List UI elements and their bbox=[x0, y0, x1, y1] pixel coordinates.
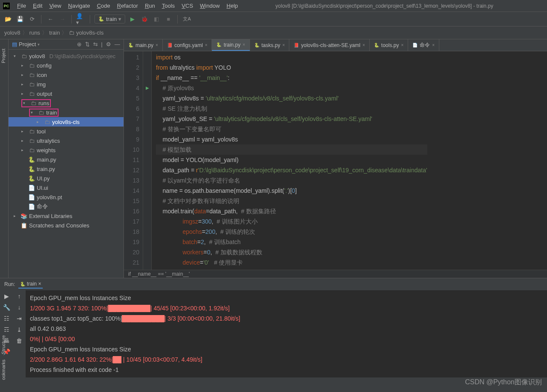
tree-item-yolov8[interactable]: ▾🗀yolov8D:\lg\BaiduSyncdisk\projec bbox=[9, 51, 124, 61]
breadcrumb: yolov8〉 runs〉 train〉 🗀 yolov8s-cls bbox=[0, 27, 547, 39]
tree-item-weights[interactable]: ▸🗀weights bbox=[9, 145, 124, 155]
user-icon[interactable]: 👤▾ bbox=[76, 15, 85, 24]
stop-icon[interactable]: ■ bbox=[164, 15, 173, 24]
left-tool-strip: Project bbox=[0, 39, 9, 278]
project-panel-title: Project bbox=[19, 41, 36, 47]
run-console-output[interactable]: Epoch GPU_mem loss Instances Size 1/200 … bbox=[26, 290, 547, 377]
breadcrumb-item[interactable]: yolov8s-cls bbox=[76, 29, 103, 36]
open-icon[interactable]: 📂 bbox=[3, 15, 13, 24]
debug-button-icon[interactable]: 🐞 bbox=[140, 15, 149, 24]
menu-code[interactable]: Code bbox=[94, 1, 114, 11]
menu-file[interactable]: File bbox=[14, 1, 29, 11]
project-tree[interactable]: ▾🗀yolov8D:\lg\BaiduSyncdisk\projec▸🗀conf… bbox=[9, 50, 124, 278]
menu-window[interactable]: Window bbox=[197, 1, 223, 11]
rerun-icon[interactable]: ▶ bbox=[4, 293, 9, 301]
project-panel: ▤ Project ▾ ⊕ ⇅ ⇆ | ⚙ — ▾🗀yolov8D:\lg\Ba… bbox=[9, 39, 124, 278]
structure-tool-tab[interactable]: Structure bbox=[0, 333, 7, 356]
tree-item-tool[interactable]: ▸🗀tool bbox=[9, 127, 124, 136]
run-button-icon[interactable]: ▶ bbox=[128, 15, 137, 24]
tree-item-config[interactable]: ▸🗀config bbox=[9, 61, 124, 70]
tree-item-output[interactable]: ▸🗀output bbox=[9, 89, 124, 98]
tree-item-ultralytics[interactable]: ▸🗀ultralytics bbox=[9, 136, 124, 145]
menu-edit[interactable]: Edit bbox=[29, 1, 46, 11]
menu-refactor[interactable]: Refactor bbox=[114, 1, 141, 11]
breadcrumb-item[interactable]: runs bbox=[29, 29, 40, 36]
gear-icon[interactable]: ⚙ bbox=[106, 41, 111, 47]
tree-item--[interactable]: 📄命令 bbox=[9, 202, 124, 211]
pycharm-logo: PC bbox=[3, 2, 10, 10]
run-panel-title: Run: bbox=[4, 281, 15, 287]
tree-item-yolov8n-pt[interactable]: 📄yolov8n.pt bbox=[9, 192, 124, 202]
breadcrumb-item[interactable]: train bbox=[49, 29, 60, 36]
menu-tools[interactable]: Tools bbox=[159, 1, 178, 11]
wrap-icon[interactable]: ⇥ bbox=[17, 315, 22, 324]
save-icon[interactable]: 💾 bbox=[15, 15, 25, 24]
breadcrumb-item[interactable]: yolov8 bbox=[4, 29, 21, 36]
locate-icon[interactable]: ⊕ bbox=[77, 41, 82, 47]
run-panel: Run: 🐍 train × ▶ 🔧 ☷ ☶ 🖶 📌 ↑ ↓ ⇥ ⤓ 🗑 Epo… bbox=[0, 278, 547, 377]
watermark: CSDN @Python图像识别 bbox=[465, 378, 542, 387]
toolbar: 📂 💾 ⟳ ← → 👤▾ 🐍 train ▾ ▶ 🐞 ◧ ■ 文A bbox=[0, 12, 547, 27]
tab-configs-yaml[interactable]: 📕configs.yaml× bbox=[163, 39, 212, 51]
run-config-dropdown[interactable]: 🐍 train ▾ bbox=[94, 15, 125, 24]
window-title: yolov8 [D:\lg\BaiduSyncdisk\project\pers… bbox=[241, 3, 544, 9]
tab-yolov8s-cls-atten-SE-yaml[interactable]: 📕yolov8s-cls-atten-SE.yaml× bbox=[289, 39, 370, 51]
wrench-icon[interactable]: 🔧 bbox=[3, 304, 10, 312]
editor-area: 🐍main.py×📕configs.yaml×🐍train.py×🐍tasks.… bbox=[124, 39, 547, 278]
refresh-icon[interactable]: ⟳ bbox=[27, 15, 37, 24]
tree-item-UI-ui[interactable]: 📄UI.ui bbox=[9, 183, 124, 192]
coverage-icon[interactable]: ◧ bbox=[152, 15, 161, 24]
code-breadcrumb: if __name__ == '__main__' bbox=[124, 270, 547, 278]
tree-item-Scratches-and-Consoles[interactable]: 📋Scratches and Consoles bbox=[9, 221, 124, 230]
editor-tabs: 🐍main.py×📕configs.yaml×🐍train.py×🐍tasks.… bbox=[124, 39, 547, 51]
menu-help[interactable]: Help bbox=[223, 1, 241, 11]
menu-run[interactable]: Run bbox=[141, 1, 159, 11]
menu-vcs[interactable]: VCS bbox=[178, 1, 197, 11]
scroll-icon[interactable]: ⤓ bbox=[17, 326, 22, 335]
tree-item-main-py[interactable]: 🐍main.py bbox=[9, 155, 124, 164]
line-gutter: 1234567891011121314151617181920212223 bbox=[124, 51, 143, 270]
menu-navigate[interactable]: Navigate bbox=[65, 1, 93, 11]
run-tab[interactable]: 🐍 train × bbox=[18, 280, 43, 289]
hide-icon[interactable]: — bbox=[115, 41, 120, 47]
tab-main-py[interactable]: 🐍main.py× bbox=[124, 39, 163, 51]
run-toolbar-inner: ↑ ↓ ⇥ ⤓ 🗑 bbox=[13, 290, 26, 377]
up-icon[interactable]: ↑ bbox=[18, 293, 21, 301]
tree-item-yolov8s-cls[interactable]: ▸🗀yolov8s-cls bbox=[9, 117, 124, 127]
layout-icon[interactable]: ☷ bbox=[4, 315, 9, 324]
tree-item-UI-py[interactable]: 🐍UI.py bbox=[9, 174, 124, 183]
tree-item-train-py[interactable]: 🐍train.py bbox=[9, 164, 124, 174]
project-tool-tab[interactable]: Project bbox=[1, 42, 6, 63]
tree-item-External-Libraries[interactable]: ▸📚External Libraries bbox=[9, 211, 124, 221]
bookmarks-tool-tab[interactable]: ookmarks bbox=[0, 358, 7, 382]
tab-tasks-py[interactable]: 🐍tasks.py× bbox=[250, 39, 290, 51]
tree-item-runs[interactable]: ▾🗀runs bbox=[9, 98, 124, 108]
tree-item-train[interactable]: ▾🗀train bbox=[9, 108, 124, 117]
forward-icon[interactable]: → bbox=[58, 15, 67, 24]
menubar: PC FileEditViewNavigateCodeRefactorRunTo… bbox=[0, 0, 547, 12]
collapse-icon[interactable]: ⇆ bbox=[93, 41, 98, 47]
gutter-icons: ▶ bbox=[143, 51, 152, 270]
left-bottom-strip: Structure ookmarks bbox=[0, 333, 9, 381]
tab-train-py[interactable]: 🐍train.py× bbox=[212, 39, 250, 51]
translate-icon[interactable]: 文A bbox=[182, 15, 191, 24]
back-icon[interactable]: ← bbox=[46, 15, 55, 24]
code-editor[interactable]: import osfrom ultralytics import YOLOif … bbox=[152, 51, 427, 270]
clear-icon[interactable]: 🗑 bbox=[16, 337, 22, 346]
tree-item-icon[interactable]: ▸🗀icon bbox=[9, 70, 124, 80]
tab-tools-py[interactable]: 🐍tools.py× bbox=[370, 39, 408, 51]
tab--[interactable]: 📄命令× bbox=[408, 39, 439, 51]
tree-item-img[interactable]: ▸🗀img bbox=[9, 80, 124, 89]
down-icon[interactable]: ↓ bbox=[18, 304, 21, 312]
menu-view[interactable]: View bbox=[46, 1, 65, 11]
expand-icon[interactable]: ⇅ bbox=[85, 41, 90, 47]
